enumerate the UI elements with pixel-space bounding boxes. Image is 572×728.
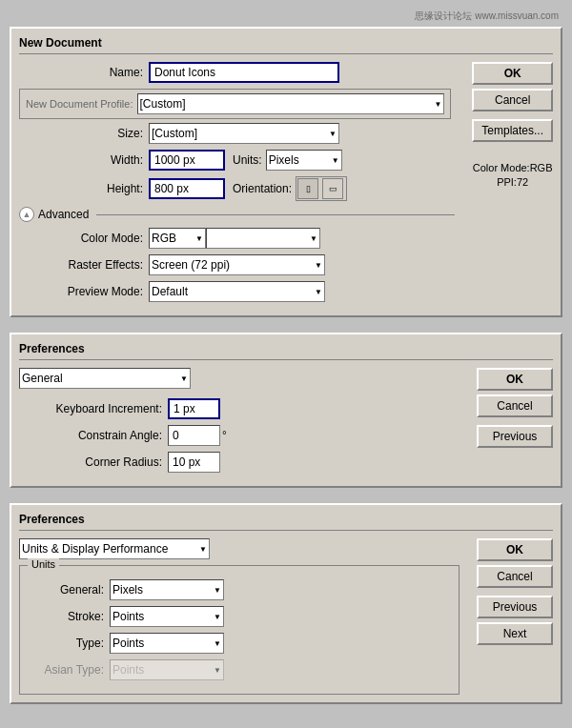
size-select[interactable]: [Custom] — [149, 123, 339, 144]
name-label: Name: — [19, 66, 143, 79]
pref-units-ok-button[interactable]: OK — [477, 538, 553, 561]
height-label: Height: — [19, 182, 143, 195]
width-label: Width: — [19, 153, 143, 167]
units-group-label: Units — [28, 558, 59, 570]
stroke-units-select[interactable]: Points Pixels Inches — [110, 606, 224, 627]
units-group: Units General: Pixels Inches cm mm Point… — [19, 565, 460, 695]
corner-radius-label: Corner Radius: — [19, 455, 162, 469]
color-mode-select[interactable]: RGB — [149, 228, 206, 249]
type-units-label: Type: — [28, 637, 104, 650]
units-select[interactable]: Pixels — [266, 150, 342, 171]
constrain-angle-input[interactable] — [168, 425, 220, 446]
pref-general-previous-button[interactable]: Previous — [477, 425, 553, 448]
profile-select[interactable]: [Custom] — [137, 93, 445, 114]
profile-label: New Document Profile: — [26, 98, 133, 110]
preview-mode-select[interactable]: Default — [149, 281, 325, 302]
keyboard-increment-input[interactable] — [168, 398, 220, 419]
orientation-label: Orientation: — [233, 182, 292, 195]
height-input[interactable] — [149, 178, 225, 199]
size-label: Size: — [19, 127, 143, 140]
preferences-units-title: Preferences — [19, 513, 553, 531]
asian-type-units-label: Asian Type: — [28, 663, 104, 677]
pref-units-cancel-button[interactable]: Cancel — [477, 565, 553, 588]
templates-button[interactable]: Templates... — [472, 119, 553, 142]
advanced-toggle[interactable]: ▲ Advanced — [19, 207, 455, 222]
stroke-units-label: Stroke: — [28, 610, 104, 623]
color-info: Color Mode:RGB PPI:72 — [472, 161, 553, 191]
degree-symbol: ° — [222, 429, 227, 442]
units-category-select[interactable]: Units & Display Performance — [19, 538, 210, 559]
portrait-orientation-button[interactable]: ▯ — [297, 178, 318, 199]
width-input[interactable] — [149, 150, 225, 171]
general-units-select[interactable]: Pixels Inches cm mm Points Picas — [110, 579, 224, 600]
keyboard-increment-label: Keyboard Increment: — [19, 402, 162, 415]
name-input[interactable] — [149, 62, 339, 83]
color-mode-extra-select[interactable] — [206, 228, 320, 249]
nd-button-column: OK Cancel Templates... Color Mode:RGB PP… — [472, 62, 553, 308]
units-label: Units: — [233, 153, 262, 167]
type-units-select[interactable]: Points Pixels — [110, 633, 224, 654]
color-mode-label: Color Mode: — [19, 232, 143, 245]
preferences-general-title: Preferences — [19, 342, 553, 360]
pref-general-cancel-button[interactable]: Cancel — [477, 394, 553, 417]
category-select[interactable]: General — [19, 368, 191, 389]
constrain-angle-label: Constrain Angle: — [19, 429, 162, 442]
raster-effects-label: Raster Effects: — [19, 258, 143, 272]
pref-units-next-button[interactable]: Next — [477, 622, 553, 645]
pref-general-ok-button[interactable]: OK — [477, 368, 553, 391]
advanced-label: Advanced — [38, 208, 89, 221]
pref-units-button-column: OK Cancel Previous Next — [477, 538, 553, 695]
new-document-dialog: New Document Name: New Document Profile:… — [10, 27, 562, 317]
cancel-button[interactable]: Cancel — [472, 89, 553, 111]
general-units-label: General: — [28, 583, 104, 597]
asian-type-units-select[interactable]: Points — [110, 659, 224, 680]
preview-mode-label: Preview Mode: — [19, 285, 143, 298]
pref-general-button-column: OK Cancel Previous — [477, 368, 553, 478]
pref-units-previous-button[interactable]: Previous — [477, 596, 553, 618]
preferences-general-dialog: Preferences General Keyboard Increment: … — [10, 333, 562, 488]
landscape-orientation-button[interactable]: ▭ — [322, 178, 343, 199]
watermark: 思缘设计论坛 www.missvuan.com — [10, 10, 562, 23]
new-document-title: New Document — [19, 36, 553, 54]
corner-radius-input[interactable] — [168, 452, 220, 473]
raster-effects-select[interactable]: Screen (72 ppi) — [149, 254, 325, 275]
ok-button[interactable]: OK — [472, 62, 553, 85]
preferences-units-dialog: Preferences Units & Display Performance … — [10, 503, 562, 704]
